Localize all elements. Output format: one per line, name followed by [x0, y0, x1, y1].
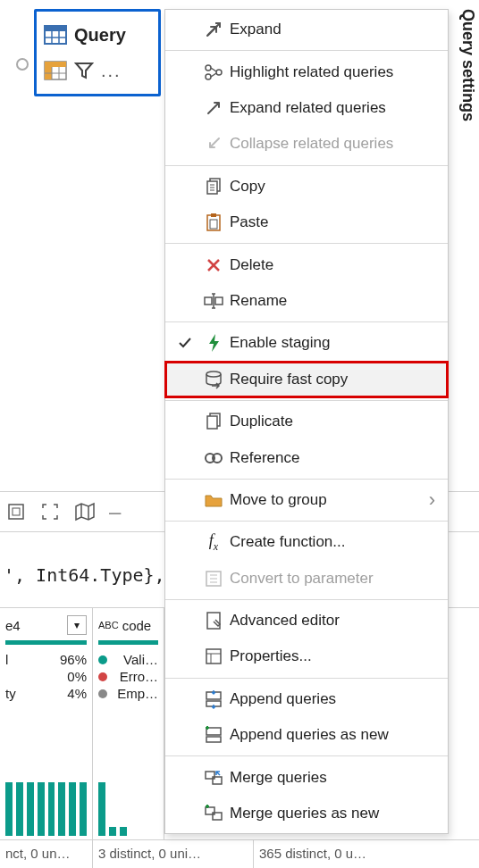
distinct-3: 365 distinct, 0 u… — [254, 840, 433, 868]
collapse-icon — [197, 135, 230, 153]
expand-related-icon — [197, 99, 230, 117]
merge-new-icon — [197, 804, 230, 823]
rename-icon — [197, 292, 230, 310]
reference-icon — [197, 451, 230, 465]
menu-expand[interactable]: Expand — [165, 12, 448, 47]
highlight-icon — [197, 63, 230, 81]
menu-require-fast-copy[interactable]: Require fast copy — [165, 362, 448, 397]
editor-icon — [197, 611, 230, 630]
svg-point-30 — [206, 371, 221, 377]
histogram — [5, 773, 87, 836]
stats-col-1: e4 ▾ l96% 0% ty4% — [0, 608, 93, 839]
menu-delete[interactable]: Delete — [165, 246, 448, 282]
svg-rect-21 — [211, 213, 216, 217]
menu-append-queries[interactable]: Append queries — [165, 681, 448, 717]
node-input-port[interactable] — [16, 58, 29, 71]
query-node[interactable]: Query ... — [34, 9, 161, 96]
query-settings-label[interactable]: Query settings — [458, 9, 477, 121]
duplicate-icon — [197, 412, 230, 431]
menu-expand-related[interactable]: Expand related queries — [165, 90, 448, 126]
table-fill-icon — [44, 61, 67, 80]
append-new-icon — [197, 725, 230, 745]
context-menu: Expand Highlight related queries Expand … — [164, 9, 449, 834]
ellipsis[interactable]: ... — [101, 61, 122, 81]
menu-reference[interactable]: Reference — [165, 439, 448, 475]
menu-convert-to-parameter: Convert to parameter — [165, 560, 448, 596]
menu-merge-queries-as-new[interactable]: Merge queries as new — [165, 796, 448, 831]
database-arrow-icon — [197, 370, 230, 389]
copy-icon — [197, 177, 230, 196]
map-icon[interactable] — [73, 501, 97, 522]
table-icon — [44, 25, 67, 45]
folder-icon — [197, 492, 230, 508]
distinct-footer: nct, 0 un… 3 distinct, 0 uni… 365 distin… — [0, 839, 479, 868]
merge-icon — [197, 768, 230, 788]
svg-rect-26 — [215, 297, 223, 305]
type-prefix: ABC — [98, 620, 119, 630]
distinct-2: 3 distinct, 0 uni… — [93, 840, 254, 868]
menu-append-queries-as-new[interactable]: Append queries as new — [165, 717, 448, 753]
paste-icon — [197, 213, 230, 232]
svg-rect-31 — [207, 416, 217, 429]
column-dropdown[interactable]: ▾ — [67, 615, 87, 635]
svg-rect-1 — [45, 26, 66, 31]
separator-dash: – — [109, 499, 121, 524]
menu-merge-queries[interactable]: Merge queries — [165, 759, 448, 795]
svg-rect-6 — [45, 62, 66, 67]
toolbar-icon-1[interactable] — [5, 501, 27, 522]
svg-rect-25 — [205, 297, 212, 305]
svg-rect-54 — [9, 505, 23, 519]
fit-screen-icon[interactable] — [39, 501, 61, 522]
menu-highlight-related[interactable]: Highlight related queries — [165, 54, 448, 89]
menu-advanced-editor[interactable]: Advanced editor — [165, 603, 448, 638]
menu-copy[interactable]: Copy — [165, 169, 448, 204]
delete-icon — [197, 256, 230, 274]
histogram-2 — [98, 773, 158, 836]
filter-icon — [74, 61, 94, 80]
bolt-icon — [197, 333, 230, 353]
col-header-1: e4 — [5, 618, 63, 633]
quality-bar — [5, 640, 87, 645]
menu-move-to-group[interactable]: Move to group › — [165, 482, 448, 518]
menu-properties[interactable]: Properties... — [165, 638, 448, 674]
chevron-right-icon: › — [429, 488, 435, 512]
col-header-2: code — [122, 618, 152, 633]
menu-create-function[interactable]: fx Create function... — [165, 524, 448, 560]
code-fragment: ', Int64.Type}, — [0, 564, 165, 586]
menu-paste[interactable]: Paste — [165, 204, 448, 240]
menu-duplicate[interactable]: Duplicate — [165, 404, 448, 439]
menu-enable-staging[interactable]: Enable staging — [165, 325, 448, 361]
distinct-1: nct, 0 un… — [0, 840, 93, 868]
parameter-icon — [197, 570, 230, 588]
properties-icon — [197, 647, 230, 665]
svg-point-11 — [206, 65, 211, 71]
quality-bar-2 — [98, 640, 158, 645]
svg-rect-22 — [210, 220, 217, 229]
svg-line-15 — [211, 73, 216, 77]
append-icon — [197, 689, 230, 709]
checkmark-icon — [172, 335, 197, 351]
query-title: Query — [74, 25, 126, 46]
svg-rect-44 — [206, 728, 221, 735]
svg-rect-39 — [206, 649, 221, 664]
fx-icon: fx — [197, 531, 230, 554]
svg-rect-20 — [207, 215, 220, 230]
menu-collapse-related: Collapse related queries — [165, 126, 448, 162]
svg-rect-45 — [206, 737, 221, 742]
stats-col-2: ABC code Vali… Erro… Emp… — [93, 608, 164, 839]
svg-rect-55 — [13, 508, 20, 515]
svg-point-12 — [206, 74, 211, 79]
menu-rename[interactable]: Rename — [165, 283, 448, 319]
svg-point-13 — [216, 70, 222, 75]
expand-icon — [197, 21, 230, 38]
svg-line-14 — [211, 68, 216, 71]
